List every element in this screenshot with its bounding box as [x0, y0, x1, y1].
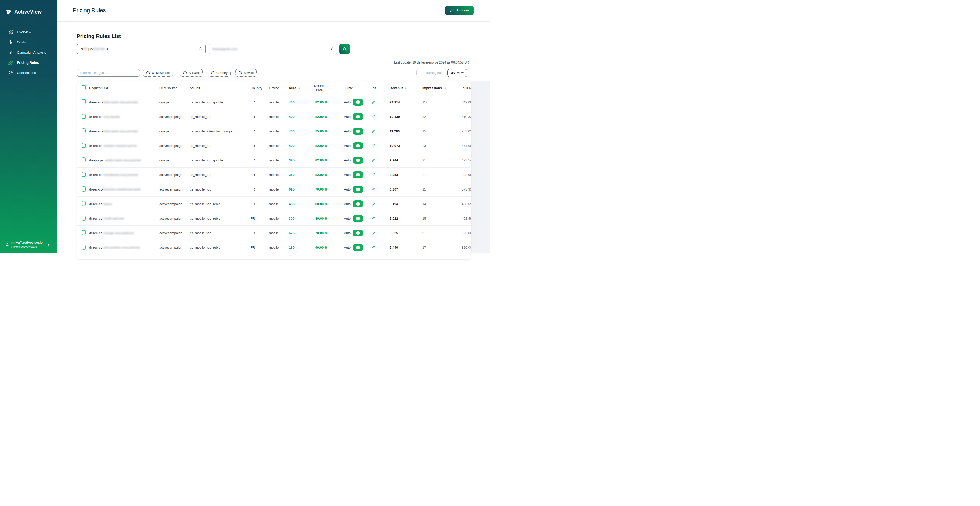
revenue-value: 6.022: [383, 217, 414, 220]
state-cell: Auto: [335, 113, 363, 120]
country-value: FR: [251, 100, 269, 104]
edit-row-icon[interactable]: [371, 114, 375, 119]
state-toggle[interactable]: [353, 142, 363, 149]
filter-request-uris-input[interactable]: [77, 69, 140, 76]
state-label: Auto: [344, 231, 351, 235]
search-button[interactable]: [339, 44, 350, 54]
row-checkbox[interactable]: [82, 201, 86, 206]
sidebar-item-overview[interactable]: Overview: [0, 27, 57, 37]
rule-value: 675: [289, 231, 308, 235]
row-checkbox[interactable]: [82, 114, 86, 119]
row-checkbox[interactable]: [82, 157, 86, 162]
state-toggle[interactable]: [353, 128, 363, 135]
domain-select[interactable]: thetodayinfo.com: [208, 44, 337, 54]
state-toggle[interactable]: [353, 157, 363, 164]
table-row: /fr-rec-cc-fortuneo-mastercard-goldactiv…: [77, 182, 471, 197]
state-toggle[interactable]: [353, 200, 363, 207]
state-toggle[interactable]: [353, 99, 363, 106]
pencil-icon: [420, 71, 424, 75]
state-cell: Auto: [335, 171, 363, 178]
edit-row-icon[interactable]: [371, 173, 375, 177]
edit-row-icon[interactable]: [371, 231, 375, 235]
edit-row-icon[interactable]: [371, 187, 375, 191]
state-toggle[interactable]: [353, 171, 363, 178]
state-toggle[interactable]: [353, 215, 363, 222]
user-menu[interactable]: mike@activeview.io mike@activeview.io ▼: [0, 241, 57, 248]
country-value: FR: [251, 217, 269, 220]
state-cell: Auto: [335, 200, 363, 207]
country-value: FR: [251, 187, 269, 191]
request-uri-value: /fr-rec-cc-visa-facelia: [89, 115, 159, 119]
edit-row-icon[interactable]: [371, 202, 375, 206]
actions-button[interactable]: Actions: [445, 6, 474, 15]
row-checkbox[interactable]: [82, 244, 86, 250]
utm-source-filter-chip[interactable]: UTM Source: [143, 69, 173, 76]
impressions-value: 9: [414, 231, 451, 235]
utm-source-value: activecampaign: [159, 173, 189, 177]
revenue-value: 11.296: [383, 129, 414, 133]
sidebar-item-connections[interactable]: Connections: [0, 68, 57, 78]
ecpm-value: 410.32: [451, 115, 471, 119]
ad-unit-value: tts_mobile_top: [189, 231, 251, 235]
desired-pmr-value: 80.00 %: [308, 217, 335, 220]
request-uri-value: /fr-rec-cc-hello-bank-visa-premier: [89, 129, 159, 133]
row-checkbox[interactable]: [82, 128, 86, 133]
sidebar-item-pricing-rules[interactable]: Pricing Rules: [0, 57, 57, 68]
revenue-value: 6.307: [383, 187, 414, 191]
edit-row-icon[interactable]: [371, 100, 375, 104]
state-toggle[interactable]: [353, 244, 363, 251]
sort-revenue[interactable]: [405, 86, 407, 90]
circle-plus-icon: [239, 71, 242, 75]
edit-row-icon[interactable]: [371, 144, 375, 148]
rule-value: 400: [289, 129, 308, 133]
edit-row-icon[interactable]: [371, 245, 375, 249]
view-button[interactable]: View: [447, 69, 467, 77]
table-row: /fr-rec-cc-hello-bank-visa-premiergoogle…: [77, 124, 471, 138]
country-filter-chip[interactable]: Country: [208, 69, 231, 76]
row-checkbox[interactable]: [82, 230, 86, 235]
pencil-icon: [450, 8, 454, 12]
device-value: mobile: [269, 246, 289, 249]
account-select[interactable]: NFP | 2261676801: [77, 44, 206, 54]
row-checkbox[interactable]: [82, 143, 86, 148]
bulking-edit-button[interactable]: Bulking edit: [417, 69, 446, 77]
request-uri-value: /fr-rec-cc-credit-agricole: [89, 217, 159, 220]
row-checkbox[interactable]: [82, 216, 86, 220]
brand-name: ActiveView: [14, 9, 41, 15]
edit-row-icon[interactable]: [371, 216, 375, 220]
state-toggle[interactable]: [353, 230, 363, 236]
state-toggle[interactable]: [353, 113, 363, 120]
table-body: /fr-rec-cc-hello-bank-visa-premiergoogle…: [77, 95, 471, 253]
sidebar-item-campaign-analysis[interactable]: Campaign Analysis: [0, 47, 57, 57]
device-value: mobile: [269, 159, 289, 162]
state-toggle[interactable]: [353, 186, 363, 193]
sort-desired-pmr[interactable]: [328, 86, 331, 89]
device-filter-chip[interactable]: Device: [235, 69, 257, 76]
ecpm-value: 642.08: [451, 100, 471, 104]
row-checkbox[interactable]: [82, 172, 86, 177]
country-value: FR: [251, 231, 269, 235]
ecpm-value: 753.05: [451, 129, 471, 133]
request-uri-value: /fr-rec-cc-bnb-paribas-visa-premier: [89, 246, 159, 249]
state-cell: Auto: [335, 157, 363, 164]
row-checkbox[interactable]: [82, 186, 86, 192]
ad-unit-filter-chip[interactable]: AD Unit: [180, 69, 203, 76]
actions-label: Actions: [456, 8, 469, 12]
device-value: mobile: [269, 187, 289, 191]
table-row: /fr-rec-cc-hello-bank-visa-premiergoogle…: [77, 95, 471, 109]
sort-impressions[interactable]: [444, 86, 446, 90]
rule-value: 625: [289, 187, 308, 191]
table-row: /fr-apply-cc-hello-bank-visa-premiergoog…: [77, 153, 471, 167]
state-label: Auto: [344, 129, 351, 133]
edit-row-icon[interactable]: [371, 129, 375, 133]
edit-row-icon[interactable]: [371, 158, 375, 162]
bulking-edit-label: Bulking edit: [426, 71, 442, 75]
sort-rule[interactable]: [298, 86, 300, 90]
row-checkbox[interactable]: [82, 99, 86, 104]
chip-label: Country: [216, 71, 228, 75]
state-label: Auto: [344, 187, 351, 191]
sidebar-item-costs[interactable]: Costs: [0, 37, 57, 47]
ecpm-value: 392.98: [451, 173, 471, 177]
sidebar-item-label: Connections: [17, 71, 36, 75]
select-all-checkbox[interactable]: [82, 85, 86, 90]
